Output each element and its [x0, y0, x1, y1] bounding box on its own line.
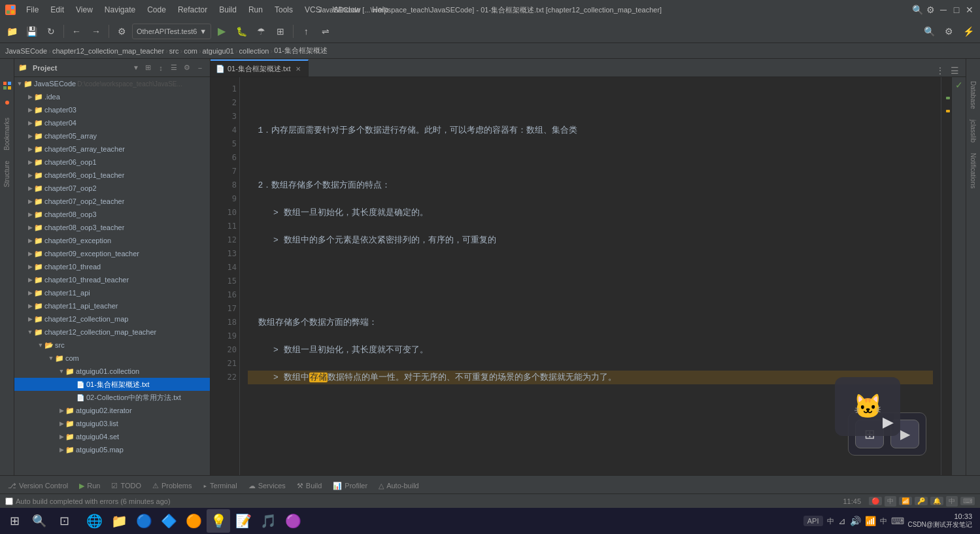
list-item[interactable]: ▶ 📁 chapter10_thread_teacher	[14, 273, 210, 286]
list-item[interactable]: ▶ 📁 chapter04	[14, 116, 210, 129]
global-search-button[interactable]: 🔍	[920, 22, 938, 41]
list-item[interactable]: ▶ 📁 chapter05_array	[14, 129, 210, 142]
taskbar-app5[interactable]: 🟣	[281, 509, 305, 533]
menu-tools[interactable]: Tools	[269, 4, 298, 16]
taskbar-edge[interactable]: 🌐	[82, 509, 106, 533]
selected-file-item[interactable]: 📄 01-集合框架概述.txt	[14, 378, 210, 391]
tab-close-button[interactable]: ✕	[294, 64, 303, 73]
collapse-all-icon[interactable]: ⊞	[142, 62, 154, 74]
breadcrumb-collection[interactable]: collection	[239, 47, 269, 55]
breadcrumb-atguigu01[interactable]: atguigu01	[203, 47, 234, 55]
list-item[interactable]: ▶ 📁 chapter09_exception	[14, 234, 210, 247]
run-button[interactable]: ▶	[212, 22, 231, 41]
refresh-button[interactable]: ↻	[42, 22, 60, 41]
list-item[interactable]: ▶ 📁 chapter08_oop3_teacher	[14, 221, 210, 234]
filter-icon[interactable]: ☰	[168, 62, 180, 74]
list-item[interactable]: ▼ 📁 atguigu01.collection	[14, 365, 210, 378]
minus-icon[interactable]: −	[194, 62, 206, 74]
list-item[interactable]: ▶ 📁 atguigu03.list	[14, 417, 210, 430]
list-item[interactable]: ▶ 📁 atguigu04.set	[14, 430, 210, 443]
settings-icon[interactable]: ⚙	[181, 62, 193, 74]
mascot-icon[interactable]: 🐱	[853, 393, 883, 420]
list-item[interactable]: ▶ 📁 chapter12_collection_map	[14, 312, 210, 325]
list-item[interactable]: ▶ 📁 atguigu02.iterator	[14, 404, 210, 417]
close-button[interactable]: ✕	[964, 5, 975, 15]
list-item[interactable]: ▶ 📁 chapter07_oop2_teacher	[14, 195, 210, 208]
list-item[interactable]: ▶ 📁 chapter05_array_teacher	[14, 142, 210, 156]
vcs-button[interactable]: ↑	[297, 22, 315, 41]
notifications-tab[interactable]: Notifications	[968, 150, 978, 191]
taskbar-chrome[interactable]: 🔵	[132, 509, 156, 533]
jclasslib-tab[interactable]: jclasslib	[968, 117, 978, 145]
back-button[interactable]: ←	[67, 22, 86, 41]
list-item[interactable]: 📄 02-Collection中的常用方法.txt	[14, 391, 210, 404]
power-button[interactable]: ⚡	[959, 22, 977, 41]
tree-root[interactable]: ▼ 📁 JavaSECode D:\code\workspace_teach\J…	[14, 77, 210, 90]
profiler-button[interactable]: ⊞	[271, 22, 290, 41]
version-control-tab[interactable]: ⎇ Version Control	[3, 478, 73, 493]
list-item[interactable]: ▶ 📁 chapter07_oop2	[14, 182, 210, 195]
list-item[interactable]: ▶ 📁 chapter10_thread	[14, 260, 210, 273]
breadcrumb-chapter12[interactable]: chapter12_collection_map_teacher	[52, 47, 164, 55]
structure-tab[interactable]: Structure	[2, 158, 12, 190]
taskbar-app4[interactable]: 🎵	[256, 509, 280, 533]
list-item[interactable]: ▶ 📁 chapter09_exception_teacher	[14, 247, 210, 260]
search-icon[interactable]: 🔍	[912, 5, 922, 15]
menu-code[interactable]: Code	[142, 4, 171, 16]
menu-edit[interactable]: Edit	[45, 4, 69, 16]
minimize-button[interactable]: ─	[938, 5, 949, 15]
list-item[interactable]: ▶ 📁 chapter03	[14, 103, 210, 116]
auto-build-checkbox[interactable]	[5, 497, 13, 505]
sort-icon[interactable]: ↕	[155, 62, 167, 74]
database-tab[interactable]: Database	[968, 78, 978, 112]
run-tab[interactable]: ▶ Run	[74, 478, 105, 493]
coverage-button[interactable]: ☂	[252, 22, 270, 41]
list-item[interactable]: ▶ 📁 chapter08_oop3	[14, 208, 210, 221]
taskbar-idea[interactable]: 💡	[207, 509, 230, 533]
menu-navigate[interactable]: Navigate	[99, 4, 141, 16]
taskbar-app3[interactable]: 📝	[231, 509, 255, 533]
editor-tab-active[interactable]: 📄 01-集合框架概述.txt ✕	[211, 59, 309, 76]
taskbar-task-view[interactable]: ⊡	[52, 509, 76, 533]
list-item[interactable]: ▶ 📁 chapter11_api_teacher	[14, 299, 210, 312]
taskbar-network-icon[interactable]: 📶	[865, 516, 876, 526]
list-item[interactable]: ▼ 📁 chapter12_collection_map_teacher	[14, 325, 210, 339]
auto-build-tab[interactable]: △ Auto-build	[373, 478, 424, 493]
translate-button[interactable]: ⇌	[316, 22, 335, 41]
breadcrumb-javasecode[interactable]: JavaSECode	[5, 47, 47, 55]
list-item[interactable]: ▶ 📁 .idea	[14, 90, 210, 103]
bookmarks-tab[interactable]: Bookmarks	[2, 115, 12, 153]
breadcrumb-com[interactable]: com	[184, 47, 197, 55]
code-editor[interactable]: 1 2 3 4 5 6 7 8 9 10 11 12 13 14 15 16 1…	[211, 77, 966, 475]
menu-build[interactable]: Build	[214, 4, 242, 16]
editor-expand-icon[interactable]: ☰	[949, 65, 960, 76]
run-config-dropdown[interactable]: OtherAPITest.test6 ▼	[132, 24, 211, 39]
forward-button[interactable]: →	[87, 22, 105, 41]
taskbar-app2[interactable]: 🟠	[182, 509, 205, 533]
list-item[interactable]: ▼ 📂 src	[14, 339, 210, 352]
taskbar-explorer[interactable]: 📁	[107, 509, 131, 533]
breadcrumb-file[interactable]: 01-集合框架概述	[274, 46, 328, 56]
services-tab[interactable]: ☁ Services	[243, 478, 291, 493]
menu-file[interactable]: File	[21, 4, 44, 16]
list-item[interactable]: ▶ 📁 chapter06_oop1	[14, 156, 210, 169]
menu-run[interactable]: Run	[243, 4, 268, 16]
editor-options-icon[interactable]: ⋮	[934, 65, 946, 76]
taskbar-app1[interactable]: 🔷	[157, 509, 180, 533]
settings-icon[interactable]: ⚙	[925, 5, 936, 15]
list-item[interactable]: ▶ 📁 chapter06_oop1_teacher	[14, 169, 210, 182]
settings-button[interactable]: ⚙	[939, 22, 958, 41]
list-item[interactable]: ▶ 📁 chapter11_api	[14, 286, 210, 299]
run-config-icon[interactable]: ⚙	[112, 22, 131, 41]
open-file-button[interactable]: 📁	[3, 22, 21, 41]
breadcrumb-src[interactable]: src	[169, 47, 179, 55]
menu-view[interactable]: View	[71, 4, 98, 16]
debug-button[interactable]: 🐛	[232, 22, 250, 41]
list-item[interactable]: ▼ 📁 com	[14, 352, 210, 365]
menu-refactor[interactable]: Refactor	[173, 4, 212, 16]
todo-tab[interactable]: ☑ TODO	[106, 478, 146, 493]
build-tab[interactable]: ⚒ Build	[292, 478, 327, 493]
save-button[interactable]: 💾	[22, 22, 41, 41]
profiler-tab[interactable]: 📊 Profiler	[328, 478, 373, 493]
taskbar-volume-icon[interactable]: 🔊	[850, 516, 861, 526]
